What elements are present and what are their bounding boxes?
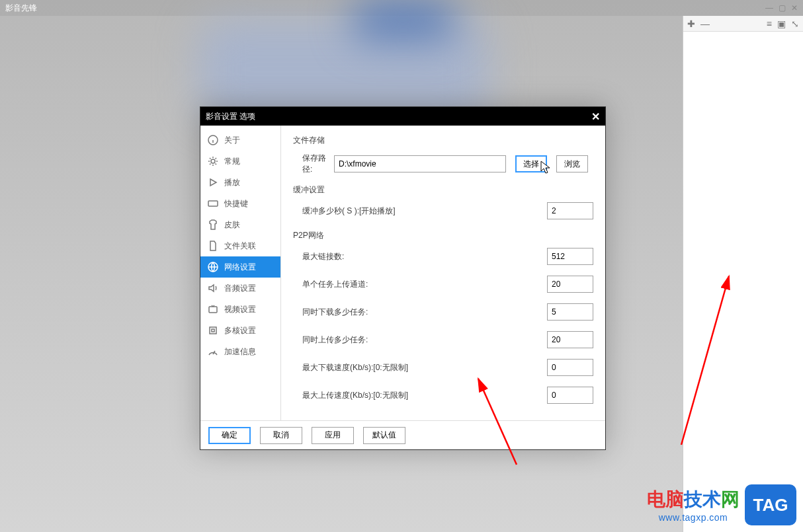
playlist-toolbar: ✚ — ≡ ▣ ⤡ [683, 16, 803, 32]
watermark-cn: 电脑技术网 [647, 487, 740, 512]
buffer-label: 缓冲多少秒( S ):[开始播放] [302, 206, 547, 217]
keyboard-icon [207, 198, 219, 209]
buffer-title: 缓冲设置 [293, 184, 593, 196]
watermark-tag: TAG [745, 484, 796, 525]
save-path-label: 保存路径: [293, 153, 334, 175]
audio-icon [207, 282, 219, 294]
upload-channel-input[interactable] [547, 276, 593, 293]
nav-label: 关于 [224, 135, 240, 146]
max-down-tasks-label: 同时下载多少任务: [302, 307, 547, 318]
nav-label: 播放 [224, 177, 240, 188]
file-icon [207, 240, 219, 252]
nav-multicore[interactable]: 多核设置 [200, 320, 280, 341]
nav-label: 视频设置 [224, 304, 256, 315]
max-conn-input[interactable] [547, 248, 593, 265]
shirt-icon [207, 219, 219, 231]
settings-nav: 关于 常规 播放 快捷键 皮肤 文件关联 网络设置 音频设置 视频设置 多核设置… [200, 126, 281, 420]
nav-label: 音频设置 [224, 283, 256, 294]
watermark: 电脑技术网 www.tagxp.com TAG [647, 484, 796, 525]
svg-rect-13 [212, 329, 214, 332]
nav-label: 文件关联 [224, 241, 256, 252]
maximize-icon[interactable]: ▢ [779, 3, 786, 13]
list-icon[interactable]: ≡ [767, 19, 772, 29]
nav-audio[interactable]: 音频设置 [200, 278, 280, 299]
background-blur [351, 0, 456, 40]
add-icon[interactable]: ✚ [687, 19, 695, 29]
dialog-title: 影音设置 选项 [206, 111, 591, 122]
nav-label: 快捷键 [224, 198, 248, 209]
nav-general[interactable]: 常规 [200, 151, 280, 172]
gauge-icon [207, 346, 219, 358]
nav-hotkey[interactable]: 快捷键 [200, 193, 280, 214]
nav-label: 皮肤 [224, 219, 240, 231]
layout-icon[interactable]: ▣ [777, 19, 786, 29]
nav-network[interactable]: 网络设置 [200, 256, 280, 278]
max-up-tasks-label: 同时上传多少任务: [302, 334, 547, 346]
chip-icon [207, 324, 219, 336]
remove-icon[interactable]: — [700, 19, 710, 29]
max-down-speed-input[interactable] [547, 359, 593, 376]
buffer-input[interactable] [547, 202, 593, 219]
upload-channel-label: 单个任务上传通道: [302, 279, 547, 290]
max-down-speed-label: 最大下载速度(Kb/s):[0:无限制] [302, 362, 547, 373]
settings-dialog: 影音设置 选项 ✕ 关于 常规 播放 快捷键 皮肤 文件关联 网络设置 音频设置… [200, 106, 606, 450]
dialog-footer: 确定 取消 应用 默认值 [200, 420, 605, 449]
default-button[interactable]: 默认值 [363, 427, 405, 444]
close-icon[interactable]: ✕ [791, 3, 798, 13]
nav-file-assoc[interactable]: 文件关联 [200, 235, 280, 256]
nav-label: 多核设置 [224, 325, 256, 336]
ok-button[interactable]: 确定 [208, 427, 251, 444]
play-icon [207, 176, 219, 188]
max-down-tasks-input[interactable] [547, 303, 593, 321]
nav-about[interactable]: 关于 [200, 130, 280, 151]
dialog-titlebar[interactable]: 影音设置 选项 ✕ [200, 107, 605, 126]
expand-icon[interactable]: ⤡ [791, 19, 799, 29]
globe-icon [207, 261, 219, 273]
nav-skin[interactable]: 皮肤 [200, 214, 280, 235]
playlist-panel: ✚ — ≡ ▣ ⤡ [683, 16, 803, 532]
nav-label: 加速信息 [224, 346, 256, 358]
p2p-title: P2P网络 [293, 230, 593, 241]
cursor-icon [540, 161, 552, 178]
save-path-input[interactable] [334, 155, 506, 172]
tv-icon [207, 303, 219, 315]
gear-icon [207, 155, 219, 167]
watermark-url: www.tagxp.com [647, 512, 740, 523]
cancel-button[interactable]: 取消 [260, 427, 302, 444]
nav-accel[interactable]: 加速信息 [200, 341, 280, 362]
nav-playback[interactable]: 播放 [200, 172, 280, 193]
browse-button[interactable]: 浏览 [556, 155, 588, 172]
max-up-speed-label: 最大上传速度(Kb/s):[0:无限制] [302, 390, 547, 401]
info-icon [207, 134, 219, 146]
nav-label: 网络设置 [224, 262, 256, 273]
max-up-tasks-input[interactable] [547, 331, 593, 348]
nav-label: 常规 [224, 156, 240, 167]
settings-content: 文件存储 保存路径: 选择 浏览 缓冲设置 缓冲多少秒( S ):[开始播放] … [281, 126, 605, 420]
max-up-speed-input[interactable] [547, 387, 593, 404]
svg-rect-4 [208, 201, 218, 206]
svg-point-3 [211, 159, 215, 163]
dialog-close-icon[interactable]: ✕ [591, 110, 600, 123]
svg-rect-9 [209, 307, 217, 313]
apply-button[interactable]: 应用 [312, 427, 354, 444]
minimize-icon[interactable]: — [765, 3, 773, 13]
svg-rect-12 [210, 327, 216, 334]
file-storage-title: 文件存储 [293, 135, 593, 146]
max-conn-label: 最大链接数: [302, 251, 547, 262]
nav-video[interactable]: 视频设置 [200, 299, 280, 320]
